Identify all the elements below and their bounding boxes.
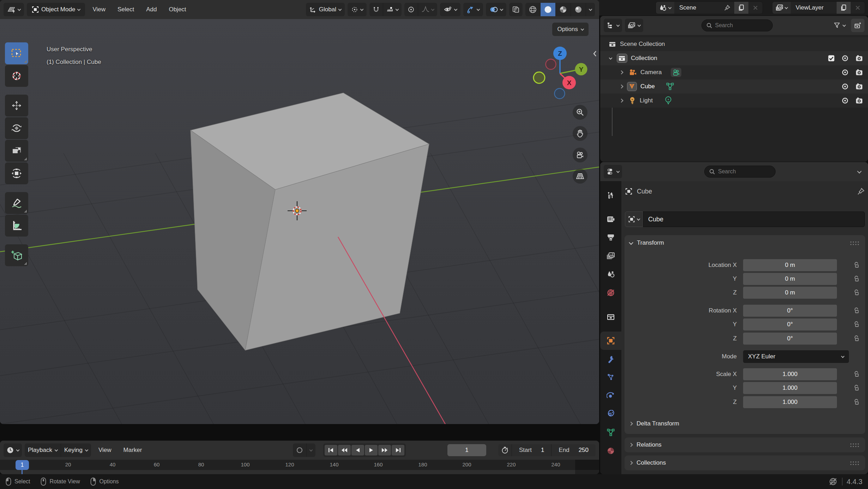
- lock-icon[interactable]: [853, 262, 860, 269]
- scene-pin-icon[interactable]: [720, 2, 734, 14]
- lock-icon[interactable]: [853, 289, 860, 296]
- viewport-zoom-button[interactable]: [573, 105, 587, 120]
- keying-menu[interactable]: Keying: [61, 443, 91, 457]
- mesh-data-icon[interactable]: [665, 82, 675, 91]
- pin-icon[interactable]: [857, 187, 865, 195]
- frame-end-field[interactable]: End 250: [551, 444, 596, 456]
- object-id-button[interactable]: [625, 211, 643, 227]
- tab-object-data[interactable]: [600, 423, 621, 442]
- hide-eye-icon[interactable]: [841, 69, 849, 76]
- outliner-editor-type-button[interactable]: [604, 19, 622, 32]
- snap-toggle[interactable]: [369, 3, 383, 16]
- tab-view-layer[interactable]: [600, 247, 621, 265]
- row-cube[interactable]: Cube: [600, 79, 868, 94]
- frame-start-field[interactable]: Start 1: [512, 444, 551, 456]
- disable-render-camera-icon[interactable]: [855, 83, 863, 90]
- hide-eye-icon[interactable]: [841, 55, 849, 62]
- tool-add-cube[interactable]: [5, 244, 28, 266]
- tool-scale[interactable]: [5, 140, 28, 162]
- collections-panel[interactable]: Collections: [625, 455, 865, 470]
- tool-cursor[interactable]: [5, 65, 28, 87]
- panel-grip-icon[interactable]: [850, 241, 860, 245]
- shading-material-button[interactable]: [555, 3, 571, 16]
- hide-eye-icon[interactable]: [841, 97, 849, 104]
- play-button[interactable]: [365, 445, 378, 455]
- visibility-selector[interactable]: [440, 3, 460, 16]
- tool-move[interactable]: [5, 95, 28, 117]
- viewport-editor-type-button[interactable]: [4, 3, 24, 16]
- location-y-field[interactable]: 0 m: [743, 273, 837, 285]
- snap-with-selector[interactable]: [383, 3, 402, 16]
- tab-render[interactable]: [600, 210, 621, 228]
- row-scene-collection[interactable]: Scene Collection: [600, 37, 868, 51]
- timeline-editor-type-button[interactable]: [4, 443, 22, 457]
- prev-keyframe-button[interactable]: [338, 445, 351, 455]
- new-collection-button[interactable]: [851, 19, 864, 32]
- expand-chevron-icon[interactable]: [619, 70, 623, 74]
- shading-wireframe-button[interactable]: [525, 3, 540, 16]
- tab-output[interactable]: [600, 228, 621, 247]
- navigation-gizmo[interactable]: Z Y X: [526, 37, 596, 108]
- object-name-field[interactable]: Cube: [643, 211, 865, 227]
- viewport-canvas[interactable]: User Perspective (1) Collection | Cube O…: [0, 19, 599, 424]
- outliner-search-input[interactable]: [715, 22, 768, 29]
- menu-add[interactable]: Add: [141, 6, 161, 13]
- panel-grip-icon[interactable]: [850, 461, 860, 465]
- hide-eye-icon[interactable]: [841, 83, 849, 90]
- properties-options-chevron[interactable]: [857, 169, 862, 173]
- row-camera[interactable]: Camera: [600, 65, 868, 79]
- playback-menu[interactable]: Playback: [25, 443, 61, 457]
- outliner-search[interactable]: [701, 19, 773, 31]
- view-layer-browse-button[interactable]: [772, 2, 791, 14]
- lock-icon[interactable]: [853, 275, 860, 282]
- location-z-field[interactable]: 0 m: [743, 287, 837, 299]
- lock-icon[interactable]: [853, 371, 860, 378]
- scene-name[interactable]: Scene: [674, 4, 720, 11]
- proportional-falloff-selector[interactable]: [418, 3, 437, 16]
- mode-selector[interactable]: Object Mode: [27, 3, 85, 16]
- proportional-edit-toggle[interactable]: [404, 3, 418, 16]
- next-keyframe-button[interactable]: [378, 445, 391, 455]
- disable-render-camera-icon[interactable]: [855, 97, 863, 104]
- tool-measure[interactable]: [5, 215, 28, 237]
- tool-select-box[interactable]: [5, 42, 28, 64]
- properties-editor-type-button[interactable]: [604, 165, 622, 178]
- tab-particles[interactable]: [600, 368, 621, 387]
- shading-solid-button[interactable]: [540, 3, 555, 16]
- menu-select[interactable]: Select: [113, 6, 139, 13]
- disable-render-camera-icon[interactable]: [855, 69, 863, 76]
- panel-grip-icon[interactable]: [850, 443, 860, 447]
- tab-tool[interactable]: [600, 186, 621, 204]
- relations-panel[interactable]: Relations: [625, 437, 865, 452]
- outliner-display-mode-button[interactable]: [625, 19, 643, 32]
- rotation-mode-dropdown[interactable]: XYZ Euler: [743, 350, 849, 363]
- menu-view[interactable]: View: [88, 6, 110, 13]
- properties-search[interactable]: [704, 166, 776, 178]
- gizmos-group[interactable]: [463, 3, 483, 16]
- tab-physics[interactable]: [600, 387, 621, 405]
- shading-dropdown[interactable]: [586, 3, 595, 16]
- exclude-checkbox[interactable]: [828, 55, 835, 62]
- tab-constraints[interactable]: [600, 405, 621, 423]
- scene-browse-button[interactable]: [656, 2, 674, 14]
- viewport-options-button[interactable]: Options: [552, 23, 589, 36]
- tab-world[interactable]: [600, 284, 621, 302]
- tool-annotate[interactable]: [5, 192, 28, 214]
- lock-icon[interactable]: [853, 321, 860, 328]
- overlays-group[interactable]: [486, 3, 506, 16]
- view-layer-remove-icon[interactable]: [851, 2, 865, 14]
- sidebar-collapse-arrow[interactable]: [592, 49, 598, 58]
- timeline-ruler[interactable]: 20 40 60 80 100 120 140 160 180 200 220 …: [0, 460, 599, 470]
- delta-transform-subpanel[interactable]: Delta Transform: [625, 416, 865, 431]
- tool-rotate[interactable]: [5, 117, 28, 139]
- shading-rendered-button[interactable]: [571, 3, 586, 16]
- tool-transform[interactable]: [5, 162, 28, 184]
- camera-data-icon[interactable]: [671, 68, 681, 77]
- scale-y-field[interactable]: 1.000: [743, 382, 837, 394]
- properties-search-input[interactable]: [718, 168, 771, 175]
- outliner-filter-button[interactable]: [831, 19, 848, 32]
- rotation-y-field[interactable]: 0°: [743, 318, 837, 330]
- viewport-camera-view-button[interactable]: [573, 148, 587, 162]
- scale-x-field[interactable]: 1.000: [743, 368, 837, 380]
- current-frame-field[interactable]: 1: [447, 444, 486, 456]
